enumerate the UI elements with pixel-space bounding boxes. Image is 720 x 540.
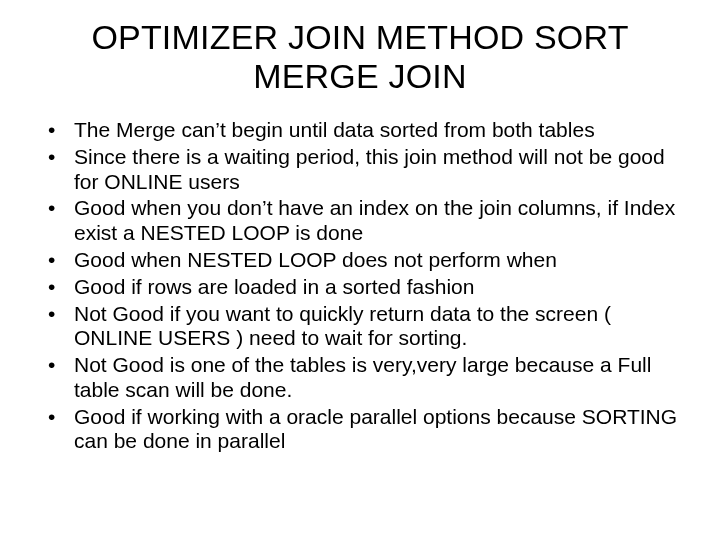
list-item: Not Good is one of the tables is very,ve… [48, 353, 684, 403]
slide-title: OPTIMIZER JOIN METHOD SORT MERGE JOIN [28, 18, 692, 96]
list-item: Since there is a waiting period, this jo… [48, 145, 684, 195]
list-item: Good when NESTED LOOP does not perform w… [48, 248, 684, 273]
list-item: Good when you don’t have an index on the… [48, 196, 684, 246]
list-item: Good if working with a oracle parallel o… [48, 405, 684, 455]
slide: OPTIMIZER JOIN METHOD SORT MERGE JOIN Th… [0, 0, 720, 540]
list-item: The Merge can’t begin until data sorted … [48, 118, 684, 143]
list-item: Not Good if you want to quickly return d… [48, 302, 684, 352]
list-item: Good if rows are loaded in a sorted fash… [48, 275, 684, 300]
bullet-list: The Merge can’t begin until data sorted … [28, 118, 692, 454]
